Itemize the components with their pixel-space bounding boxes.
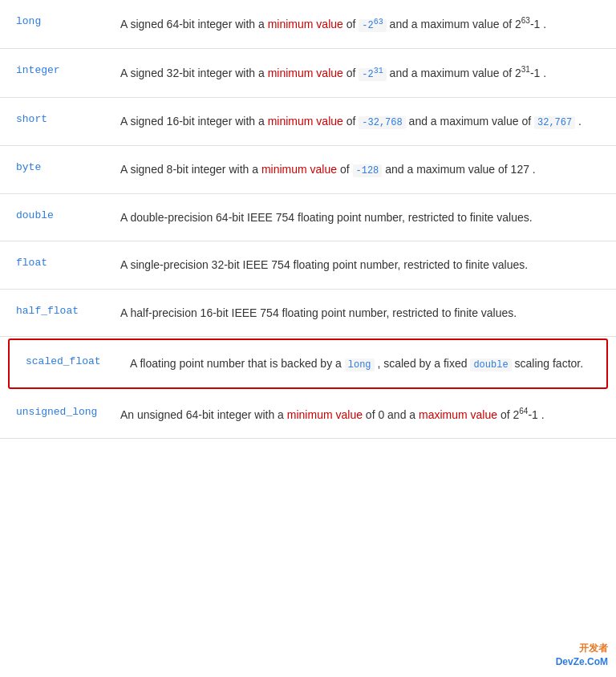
type-name-scaled-float: scaled_float [26,355,130,367]
type-name-long: long [16,14,120,27]
table-row: float A single-precision 32-bit IEEE 754… [0,241,616,289]
highlight-min: minimum value [268,18,343,30]
type-name-float: float [16,256,120,269]
description-double: A double-precision 64-bit IEEE 754 float… [120,209,600,226]
description-half-float: A half-precision 16-bit IEEE 754 floatin… [120,304,600,322]
table-row: byte A signed 8-bit integer with a minim… [0,146,616,194]
code-long: long [345,359,375,371]
table-row-scaled-float: scaled_float A floating point number tha… [8,338,608,389]
table-row: short A signed 16-bit integer with a min… [0,98,616,146]
table-row: long A signed 64-bit integer with a mini… [0,0,616,49]
code-double: double [470,359,511,371]
table-row: unsigned_long An unsigned 64-bit integer… [0,391,616,439]
description-long: A signed 64-bit integer with a minimum v… [120,14,600,34]
highlight-max: maximum value [419,408,497,421]
code-value: -128 [353,164,383,177]
highlight-min: minimum value [261,163,337,176]
type-name-short: short [16,112,120,125]
highlight-min: minimum value [268,115,343,128]
code-value2: 32,767 [534,116,575,129]
table-row: integer A signed 32-bit integer with a m… [0,49,616,98]
type-name-double: double [16,209,120,221]
code-value: -231 [359,68,386,81]
description-byte: A signed 8-bit integer with a minimum va… [120,160,600,179]
table-row: half_float A half-precision 16-bit IEEE … [0,290,616,337]
description-float: A single-precision 32-bit IEEE 754 float… [120,256,600,274]
table-row: double A double-precision 64-bit IEEE 75… [0,194,616,241]
description-scaled-float: A floating point number that is backed b… [130,355,590,373]
type-name-integer: integer [16,63,120,76]
type-name-unsigned-long: unsigned_long [16,405,120,418]
description-unsigned-long: An unsigned 64-bit integer with a minimu… [120,405,600,424]
type-name-byte: byte [16,160,120,173]
description-short: A signed 16-bit integer with a minimum v… [120,112,600,131]
code-value: -263 [359,19,386,32]
data-types-table: long A signed 64-bit integer with a mini… [0,0,616,439]
highlight-min: minimum value [287,408,363,421]
code-value: -32,768 [359,116,405,129]
description-integer: A signed 32-bit integer with a minimum v… [120,63,600,83]
highlight-min: minimum value [268,67,343,79]
type-name-half-float: half_float [16,304,120,317]
